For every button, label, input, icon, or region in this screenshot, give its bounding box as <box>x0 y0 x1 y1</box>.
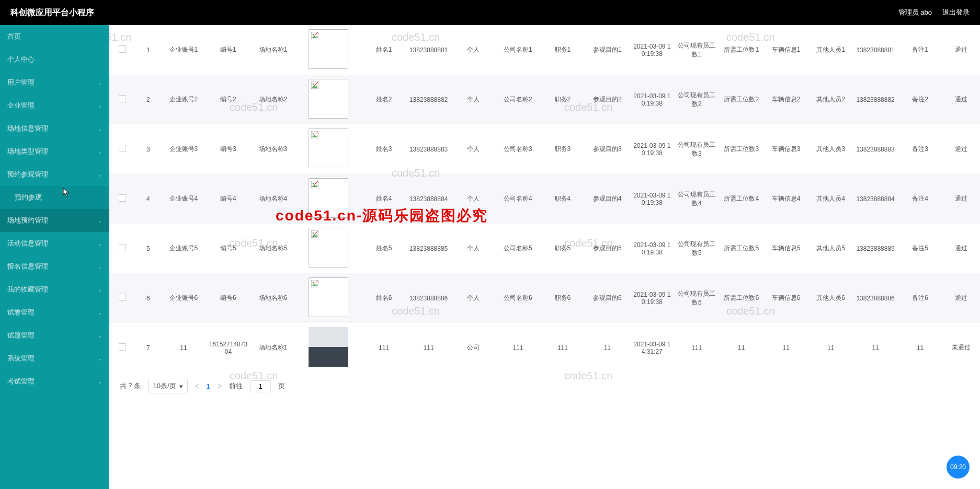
cell-phone: 13823888882 <box>406 75 451 124</box>
sidebar-item[interactable]: 用户管理⌄ <box>0 71 109 94</box>
cell-phone: 13823888883 <box>406 124 451 174</box>
cell-checkbox <box>109 75 135 124</box>
image-thumb[interactable] <box>309 79 348 119</box>
cell-position: 111 <box>540 323 585 372</box>
page-unit: 页 <box>278 381 285 391</box>
cell-code: 编号6 <box>206 273 250 323</box>
svg-point-5 <box>312 133 314 135</box>
page-next[interactable]: > <box>218 382 222 390</box>
cell-image <box>295 174 362 224</box>
sidebar-item[interactable]: 试卷管理⌄ <box>0 301 109 324</box>
cell-phone2: 13823888882 <box>853 75 897 124</box>
cell-checkbox <box>109 174 135 224</box>
sidebar-item[interactable]: 考试管理⌄ <box>0 370 109 393</box>
chevron-down-icon: ⌄ <box>98 149 102 155</box>
cell-account: 企业账号1 <box>161 25 206 75</box>
cell-venue: 场地名称3 <box>250 124 295 174</box>
sidebar-item[interactable]: 试题管理⌄ <box>0 324 109 347</box>
image-thumb[interactable] <box>309 277 348 317</box>
image-thumb[interactable] <box>309 327 348 367</box>
page-input[interactable] <box>250 380 271 392</box>
cell-employees: 公司现有员工数4 <box>675 174 719 224</box>
sidebar-subitem[interactable]: 预约参观 <box>0 186 109 209</box>
cell-others: 其他人员5 <box>808 224 853 273</box>
row-checkbox[interactable] <box>119 244 126 251</box>
cell-vehicle: 车辆信息4 <box>764 174 808 224</box>
sidebar-item[interactable]: 活动信息管理⌄ <box>0 232 109 255</box>
cell-status: 通过 <box>942 273 980 323</box>
cell-others: 11 <box>808 323 853 372</box>
cell-seats: 所需工位数6 <box>719 273 764 323</box>
cell-type: 个人 <box>451 75 495 124</box>
table-row: 1企业账号1编号1场地名称1姓名113823888881个人公司名称1职务1参观… <box>109 25 980 75</box>
sidebar-item[interactable]: 系统管理⌄ <box>0 347 109 370</box>
image-thumb[interactable] <box>309 129 348 168</box>
image-thumb[interactable] <box>309 178 348 218</box>
cell-checkbox <box>109 273 135 323</box>
cell-position: 职务2 <box>540 75 585 124</box>
sidebar-item[interactable]: 预约参观管理⌄ <box>0 163 109 186</box>
row-checkbox[interactable] <box>119 194 126 202</box>
sidebar-item[interactable]: 企业管理⌄ <box>0 94 109 117</box>
cell-time: 2021-03-09 10:19:38 <box>630 224 674 273</box>
image-thumb[interactable] <box>309 29 348 69</box>
cell-phone2: 11 <box>853 323 897 372</box>
cell-type: 公司 <box>451 323 495 372</box>
cell-seats: 所需工位数3 <box>719 124 764 174</box>
table-row: 4企业账号4编号4场地名称4姓名413823888884个人公司名称4职务4参观… <box>109 174 980 224</box>
cell-account: 企业账号2 <box>161 75 206 124</box>
header-right: 管理员 abo 退出登录 <box>898 8 970 17</box>
clock-badge[interactable]: 09:20 <box>947 456 970 479</box>
sidebar-item[interactable]: 场地类型管理⌄ <box>0 140 109 163</box>
cell-checkbox <box>109 323 135 372</box>
table-row: 7111615271487304场地名称1111111公司11111111202… <box>109 323 980 372</box>
sidebar-item[interactable]: 场地预约管理⌄ <box>0 209 109 232</box>
sidebar-item[interactable]: 我的收藏管理⌄ <box>0 278 109 301</box>
page-number[interactable]: 1 <box>207 382 210 390</box>
sidebar-item-label: 预约参观 <box>15 193 42 202</box>
sidebar: 首页个人中心用户管理⌄企业管理⌄场地信息管理⌄场地类型管理⌄预约参观管理⌄预约参… <box>0 25 109 489</box>
cell-employees: 公司现有员工数1 <box>675 25 719 75</box>
logout-link[interactable]: 退出登录 <box>942 8 970 17</box>
sidebar-item-label: 考试管理 <box>7 377 35 386</box>
sidebar-item-label: 场地类型管理 <box>7 147 48 156</box>
page-size-select[interactable]: 10条/页 ▾ <box>148 379 187 393</box>
sidebar-item-label: 试卷管理 <box>7 308 35 317</box>
cell-index: 4 <box>135 174 162 224</box>
chevron-down-icon: ⌄ <box>98 172 102 178</box>
sidebar-item-label: 个人中心 <box>7 55 35 64</box>
cell-status: 未通过 <box>942 323 980 372</box>
cell-code: 编号5 <box>206 224 250 273</box>
page-prev[interactable]: < <box>195 382 199 390</box>
cell-name: 姓名2 <box>361 75 406 124</box>
cell-status: 通过 <box>942 25 980 75</box>
cell-time: 2021-03-09 10:19:38 <box>630 124 674 174</box>
svg-point-1 <box>312 34 314 36</box>
sidebar-item-label: 预约参观管理 <box>7 170 48 179</box>
user-label[interactable]: 管理员 abo <box>898 8 932 17</box>
image-thumb[interactable] <box>309 228 348 267</box>
row-checkbox[interactable] <box>119 95 126 102</box>
sidebar-item[interactable]: 报名信息管理⌄ <box>0 255 109 278</box>
data-table: 1企业账号1编号1场地名称1姓名113823888881个人公司名称1职务1参观… <box>109 25 980 372</box>
row-checkbox[interactable] <box>119 145 126 152</box>
cell-venue: 场地名称5 <box>250 224 295 273</box>
sidebar-item[interactable]: 个人中心 <box>0 48 109 71</box>
cell-account: 企业账号6 <box>161 273 206 323</box>
main-content: code51.cn code51.cn code51.cn code51.cn … <box>109 25 980 489</box>
sidebar-item[interactable]: 场地信息管理⌄ <box>0 117 109 140</box>
cell-company: 公司名称4 <box>496 174 540 224</box>
cell-remark: 备注4 <box>898 174 942 224</box>
sidebar-item[interactable]: 首页 <box>0 25 109 48</box>
cell-phone: 13823888885 <box>406 224 451 273</box>
row-checkbox[interactable] <box>119 294 126 301</box>
cell-name: 姓名4 <box>361 174 406 224</box>
cell-position: 职务4 <box>540 174 585 224</box>
cell-index: 3 <box>135 124 162 174</box>
sidebar-item-label: 我的收藏管理 <box>7 285 48 294</box>
cell-name: 姓名3 <box>361 124 406 174</box>
row-checkbox[interactable] <box>119 45 126 53</box>
cell-status: 通过 <box>942 174 980 224</box>
chevron-down-icon: ⌄ <box>98 218 102 224</box>
row-checkbox[interactable] <box>119 343 126 351</box>
